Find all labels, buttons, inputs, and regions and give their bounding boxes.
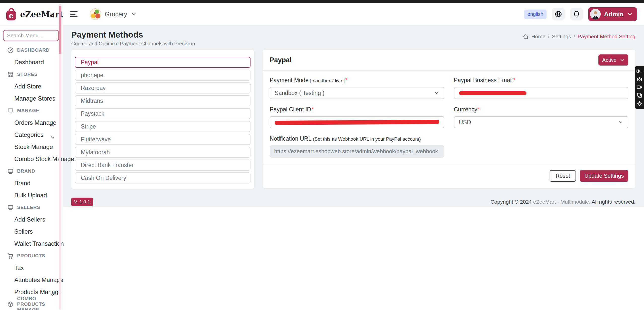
sidebar-section-combo-products-manage: COMBO PRODUCTS MANAGE [0, 298, 62, 310]
payment-method-item-paystack[interactable]: Paystack [75, 108, 251, 119]
page-subtitle: Control and Optimize Payment Channels wi… [71, 41, 195, 47]
sidebar-item-products-manage[interactable]: Products Manage [0, 286, 62, 298]
page-title: Payment Methods [71, 30, 195, 40]
sidebar-item-tax[interactable]: Tax [0, 262, 62, 274]
payment-method-item-direct-bank-transfer[interactable]: Direct Bank Transfer [75, 160, 251, 171]
sidebar-item-dashboard[interactable]: Dashboard [0, 56, 62, 68]
payment-method-item-myfatoorah[interactable]: Myfatoorah [75, 147, 251, 158]
notification-url-label: Notification URL (Set this as Webhook UR… [270, 135, 444, 142]
top-navigation-bar: Grocery english Admin [63, 3, 644, 25]
chevron-down-icon [620, 57, 625, 63]
sidebar-item-attributes-manage[interactable]: Attributes Manage [0, 274, 62, 286]
store-name: Grocery [105, 11, 127, 18]
sidebar-nav: DASHBOARDDashboardSTORESAdd StoreManage … [0, 44, 62, 310]
record-icon[interactable] [637, 84, 642, 90]
sidebar-section-manage: MANAGE [0, 105, 62, 117]
monitor-icon [7, 107, 14, 114]
chevron-down-icon [50, 120, 55, 126]
user-avatar [590, 9, 601, 19]
payment-method-item-phonepe[interactable]: phonepe [75, 70, 251, 81]
status-dropdown-button[interactable]: Active [598, 54, 628, 66]
store-avatar [90, 8, 101, 20]
copy-icon[interactable] [637, 92, 642, 98]
sidebar-item-sellers[interactable]: Sellers [0, 226, 62, 238]
payment-mode-label: Payment Mode [ sandbox / live ]* [270, 77, 444, 84]
sidebar-scrollbar-track[interactable] [59, 4, 61, 309]
payment-method-item-cash-on-delivery[interactable]: Cash On Delivery [75, 172, 251, 183]
sidebar-item-add-store[interactable]: Add Store [0, 80, 62, 92]
copyright-text: Copyright © 2024 eZeeMart - Multimodule.… [490, 199, 635, 205]
breadcrumb-home[interactable]: Home [531, 34, 545, 40]
sidebar-section-sellers: SELLERS [0, 201, 62, 213]
user-name: Admin [604, 11, 624, 18]
version-badge: V. 1.0.1 [71, 198, 93, 206]
storefront-icon [7, 71, 14, 78]
payment-method-item-paypal[interactable]: Paypal [75, 57, 251, 68]
payment-method-item-flutterwave[interactable]: Flutterwave [75, 134, 251, 145]
sidebar-item-orders-manage[interactable]: Orders Manage [0, 117, 62, 129]
language-globe-button[interactable] [552, 8, 565, 20]
settings-icon[interactable] [637, 101, 642, 106]
sidebar-item-add-sellers[interactable]: Add Sellers [0, 213, 62, 226]
payment-mode-select[interactable]: Sandbox ( Testing ) [270, 87, 444, 99]
monitor-icon [7, 168, 14, 175]
sidebar-section-products: PRODUCTS [0, 250, 62, 262]
chevron-down-icon [131, 11, 137, 17]
breadcrumb-current: Payment Method Setting [578, 34, 635, 40]
currency-select[interactable]: USD [454, 116, 629, 128]
globe-icon [555, 10, 562, 18]
monitor-icon [7, 204, 14, 211]
client-id-label: Paypal Client ID* [270, 106, 444, 113]
main-content: Payment Methods Control and Optimize Pay… [63, 25, 644, 207]
sidebar-item-categories[interactable]: Categories [0, 129, 62, 141]
payment-method-item-stripe[interactable]: Stripe [75, 121, 251, 132]
screen-capture-extension-toolbar[interactable] [635, 66, 644, 109]
breadcrumb-settings[interactable]: Settings [552, 34, 571, 40]
chevron-down-icon [434, 90, 439, 96]
camera-icon[interactable] [637, 76, 642, 82]
sidebar-item-combo-stock-manage[interactable]: Combo Stock Manage [0, 153, 62, 165]
package-icon [7, 301, 14, 308]
notifications-button[interactable] [570, 8, 583, 20]
chevron-down-icon [50, 132, 55, 138]
sidebar-item-wallet-transaction[interactable]: Wallet Transaction [0, 238, 62, 250]
sidebar-section-dashboard: DASHBOARD [0, 44, 62, 56]
breadcrumb: Home / Settings / Payment Method Setting [523, 34, 635, 40]
status-badge: Active [602, 57, 617, 63]
app-title: eZeeMart [20, 10, 63, 19]
window-top-strip [0, 0, 644, 3]
payment-methods-list-card: PaypalphonepeRazorpayMidtransPaystackStr… [71, 50, 254, 189]
currency-label: Currency* [454, 106, 629, 113]
app-logo[interactable]: e eZeeMart [0, 3, 62, 26]
sidebar-toggle-button[interactable] [70, 10, 80, 19]
notification-url-input[interactable] [270, 145, 444, 158]
capture-icon[interactable] [636, 68, 643, 74]
speedometer-icon [7, 47, 14, 54]
cart-icon [7, 253, 14, 259]
sidebar-item-stock-manage[interactable]: Stock Manage [0, 141, 62, 153]
logo-bag-icon: e [6, 8, 17, 21]
sidebar: e eZeeMart DASHBOARDDashboardSTORESAdd S… [0, 3, 62, 310]
payment-method-item-midtrans[interactable]: Midtrans [75, 95, 251, 106]
sidebar-section-brand: BRAND [0, 165, 62, 177]
client-id-input[interactable] [270, 116, 444, 128]
sidebar-item-manage-stores[interactable]: Manage Stores [0, 92, 62, 105]
sidebar-scrollbar-thumb[interactable] [59, 6, 61, 54]
bell-icon [573, 10, 580, 18]
store-switcher[interactable]: Grocery [90, 8, 137, 20]
reset-button[interactable]: Reset [550, 170, 576, 182]
redaction-bar [275, 120, 439, 125]
business-email-input[interactable] [454, 87, 629, 99]
sidebar-item-brand[interactable]: Brand [0, 177, 62, 189]
sidebar-item-bulk-upload[interactable]: Bulk Upload [0, 189, 62, 201]
redaction-bar [459, 91, 526, 95]
update-settings-button[interactable]: Update Settings [580, 170, 628, 182]
svg-text:e: e [9, 11, 13, 20]
user-menu-button[interactable]: Admin [588, 7, 637, 21]
chevron-down-icon [627, 11, 633, 17]
payment-method-item-razorpay[interactable]: Razorpay [75, 82, 251, 94]
search-menu-input[interactable] [3, 30, 59, 41]
language-badge[interactable]: english [524, 10, 547, 19]
chevron-down-icon [50, 289, 55, 295]
home-icon [523, 34, 529, 40]
